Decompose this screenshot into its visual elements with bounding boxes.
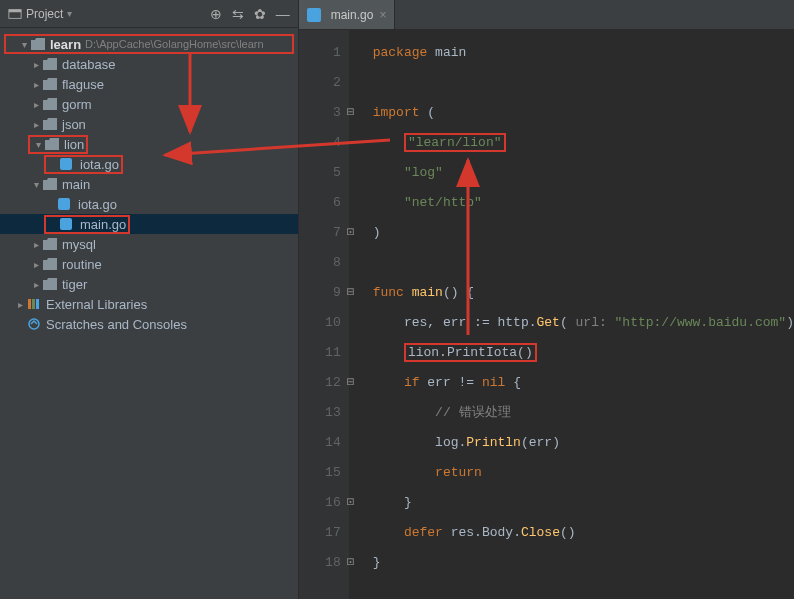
code-line[interactable]: "log" [361,158,794,188]
editor-area: main.go × 123456789▶101112131415161718 p… [299,0,794,599]
tree-item-flaguse[interactable]: ▸flaguse [0,74,298,94]
svg-rect-4 [36,299,39,309]
fold-open-icon[interactable]: ⊟ [347,368,355,398]
line-number: 3 [299,98,341,128]
sidebar-header: Project ▾ ⊕ ⇆ ✿ — [0,0,298,28]
code-token [373,195,404,210]
folder-icon [42,97,58,111]
line-number: 17 [299,518,341,548]
tree-item-label: main [62,177,90,192]
line-number: 11 [299,338,341,368]
code-line[interactable]: ⊡) [361,218,794,248]
chevron-down-icon: ▾ [32,139,44,150]
line-number: 16 [299,488,341,518]
code-token [373,465,435,480]
tree-item-main-go[interactable]: main.go [0,214,298,234]
folder-icon [42,117,58,131]
settings-icon[interactable]: ✿ [254,6,266,22]
code-token: err != [427,375,482,390]
collapse-icon[interactable]: ⇆ [232,6,244,22]
chevron-right-icon: ▸ [30,279,42,290]
code-token: "net/http" [404,195,482,210]
code-token [373,405,435,420]
tree-item-database[interactable]: ▸database [0,54,298,74]
code-token: ( [427,105,435,120]
project-icon [8,7,22,21]
code-token: } [373,555,381,570]
line-number: 12 [299,368,341,398]
fold-open-icon[interactable]: ⊟ [347,278,355,308]
code-token: if [404,375,427,390]
code-line[interactable]: "net/http" [361,188,794,218]
code-token: defer [404,525,451,540]
code-line[interactable]: lion.PrintIota() [361,338,794,368]
tree-item-scratches-and-consoles[interactable]: Scratches and Consoles [0,314,298,334]
root-path: D:\AppCache\GolangHome\src\learn [85,38,264,50]
code-token: () { [443,285,474,300]
code-line[interactable]: ⊡ } [361,488,794,518]
code-line[interactable]: ⊟import ( [361,98,794,128]
code-line[interactable]: // 错误处理 [361,398,794,428]
line-number: 2 [299,68,341,98]
code-line[interactable]: ⊡} [361,548,794,578]
line-number: 4 [299,128,341,158]
code-token: Close [521,525,560,540]
code-token [373,165,404,180]
code-content[interactable]: package main⊟import ( "learn/lion" "log"… [349,30,794,599]
fold-close-icon[interactable]: ⊡ [347,548,355,578]
tree-item-iota-go[interactable]: iota.go [0,194,298,214]
tree-item-main[interactable]: ▾main [0,174,298,194]
tree-item-gorm[interactable]: ▸gorm [0,94,298,114]
locate-icon[interactable]: ⊕ [210,6,222,22]
code-line[interactable]: defer res.Body.Close() [361,518,794,548]
code-line[interactable]: package main [361,38,794,68]
chevron-right-icon: ▸ [30,259,42,270]
code-line[interactable]: ⊟ if err != nil { [361,368,794,398]
code-line[interactable]: return [361,458,794,488]
code-token: Get [537,315,560,330]
code-token: package [373,45,435,60]
project-tree: ▾ learn D:\AppCache\GolangHome\src\learn… [0,28,298,338]
dropdown-icon: ▾ [67,8,72,19]
code-line[interactable]: res, err := http.Get( url: "http://www.b… [361,308,794,338]
svg-rect-2 [28,299,31,309]
tree-item-label: mysql [62,237,96,252]
svg-rect-3 [32,299,35,309]
folder-icon [44,137,60,151]
code-line[interactable]: "learn/lion" [361,128,794,158]
project-root[interactable]: ▾ learn D:\AppCache\GolangHome\src\learn [4,34,294,54]
line-number: 15 [299,458,341,488]
tree-item-mysql[interactable]: ▸mysql [0,234,298,254]
folder-icon [30,37,46,51]
fold-close-icon[interactable]: ⊡ [347,488,355,518]
code-token: "log" [404,165,443,180]
code-line[interactable] [361,68,794,98]
sidebar-title[interactable]: Project ▾ [8,7,72,21]
code-token [373,345,404,360]
tab-main-go[interactable]: main.go × [299,0,396,29]
folder-icon [42,237,58,251]
fold-open-icon[interactable]: ⊟ [347,98,355,128]
code-token: ( [560,315,576,330]
tree-item-label: iota.go [80,157,119,172]
code-token: func [373,285,412,300]
code-line[interactable]: log.Println(err) [361,428,794,458]
tree-item-iota-go[interactable]: iota.go [0,154,298,174]
folder-icon [42,177,58,191]
code-line[interactable] [361,248,794,278]
close-icon[interactable]: × [379,8,386,22]
tree-item-external-libraries[interactable]: ▸External Libraries [0,294,298,314]
go-file-icon [307,8,321,22]
highlighted-code: lion.PrintIota() [404,343,537,362]
tree-item-lion[interactable]: ▾lion [0,134,298,154]
minimize-icon[interactable]: — [276,6,290,22]
code-token: return [435,465,482,480]
tree-item-label: iota.go [78,197,117,212]
tree-item-json[interactable]: ▸json [0,114,298,134]
code-token: res.Body. [451,525,521,540]
tree-item-tiger[interactable]: ▸tiger [0,274,298,294]
tree-item-routine[interactable]: ▸routine [0,254,298,274]
fold-close-icon[interactable]: ⊡ [347,218,355,248]
tab-label: main.go [331,8,374,22]
code-line[interactable]: ⊟func main() { [361,278,794,308]
